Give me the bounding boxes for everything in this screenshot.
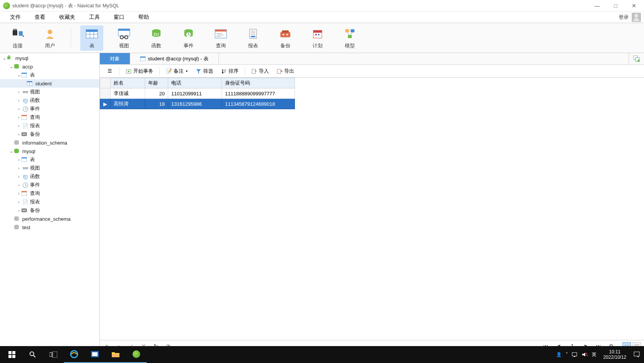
twisty-icon[interactable]: › bbox=[16, 208, 22, 213]
cell-name[interactable]: 李佳诚 bbox=[111, 88, 145, 99]
ribbon-backup[interactable]: 备份 bbox=[274, 25, 297, 51]
tree-db-mysql[interactable]: ⌄mysql bbox=[0, 147, 99, 155]
export-button[interactable]: 导出 bbox=[273, 66, 298, 76]
filter-button[interactable]: 筛选 bbox=[192, 66, 217, 76]
clock[interactable]: 10:11 2022/10/12 bbox=[600, 349, 629, 360]
ribbon-model[interactable]: 模型 bbox=[338, 25, 361, 51]
tree-table-student[interactable]: student bbox=[0, 79, 99, 88]
menu-view[interactable]: 查看 bbox=[28, 12, 52, 22]
ribbon-connection[interactable]: 连接 bbox=[6, 25, 29, 51]
avatar-icon[interactable] bbox=[632, 13, 641, 22]
tree-folder-queries[interactable]: ›查询 bbox=[0, 189, 99, 198]
begin-transaction-button[interactable]: 开始事务 bbox=[122, 66, 157, 76]
tree-db-accp[interactable]: ⌄ accp bbox=[0, 62, 99, 71]
tree-folder-tables[interactable]: ›表 bbox=[0, 155, 99, 164]
column-header[interactable]: 年龄 bbox=[145, 78, 168, 88]
twisty-icon[interactable]: ⌄ bbox=[8, 64, 14, 69]
tree-folder-backups[interactable]: ›备份 bbox=[0, 206, 99, 215]
menu-help[interactable]: 帮助 bbox=[131, 12, 156, 22]
tree-folder-events[interactable]: ›🕒事件 bbox=[0, 105, 99, 113]
tree-db-test[interactable]: test bbox=[0, 223, 99, 231]
cell-age[interactable]: 20 bbox=[145, 88, 168, 99]
search-button[interactable] bbox=[22, 346, 43, 363]
tree-folder-reports[interactable]: ›📄报表 bbox=[0, 122, 99, 130]
maximize-button[interactable]: □ bbox=[606, 0, 625, 12]
tree-db-info-schema[interactable]: information_schema bbox=[0, 138, 99, 147]
ribbon-user[interactable]: 用户 bbox=[38, 25, 61, 51]
sort-button[interactable]: 排序 bbox=[217, 66, 242, 76]
twisty-icon[interactable]: › bbox=[16, 123, 22, 128]
tray-chevron-icon[interactable]: ˄ bbox=[566, 352, 568, 357]
notifications-icon[interactable] bbox=[633, 351, 640, 358]
tree-folder-tables[interactable]: ⌄ 表 bbox=[0, 71, 99, 79]
twisty-icon[interactable]: ⌄ bbox=[8, 149, 14, 154]
twisty-icon[interactable]: › bbox=[16, 132, 22, 137]
tree-folder-functions[interactable]: ›f()函数 bbox=[0, 172, 99, 181]
twisty-icon[interactable]: › bbox=[16, 98, 22, 103]
start-button[interactable] bbox=[2, 346, 22, 363]
network-icon[interactable] bbox=[572, 352, 578, 357]
tab-table-student[interactable]: student @accp (mysql) - 表 bbox=[130, 53, 219, 64]
system-tray[interactable]: 👤 ˄ 英 10:11 2022/10/12 bbox=[556, 349, 642, 360]
tree-folder-backups[interactable]: ›备份 bbox=[0, 130, 99, 138]
cell-idno[interactable]: 111188889099997777 bbox=[222, 88, 295, 99]
column-header[interactable]: 姓名 bbox=[111, 78, 145, 88]
menu-button[interactable]: ☰ bbox=[103, 67, 117, 76]
ribbon-table[interactable]: 表 bbox=[80, 25, 103, 51]
table-row[interactable]: 李佳诚 20 11012099911 111188889099997777 bbox=[100, 88, 295, 99]
import-button[interactable]: 导入 bbox=[247, 66, 273, 76]
twisty-icon[interactable]: › bbox=[16, 200, 22, 204]
twisty-icon[interactable]: › bbox=[16, 90, 22, 94]
twisty-icon[interactable]: › bbox=[16, 174, 22, 179]
column-header[interactable]: 身份证号码 bbox=[222, 78, 295, 88]
cell-name[interactable]: 高恒涛 bbox=[111, 99, 145, 109]
menu-favorites[interactable]: 收藏夹 bbox=[52, 12, 82, 22]
menu-tools[interactable]: 工具 bbox=[82, 12, 107, 22]
data-grid[interactable]: 姓名 年龄 电话 身份证号码 李佳诚 20 11012099911 111188… bbox=[100, 78, 644, 340]
twisty-icon[interactable]: › bbox=[16, 183, 22, 187]
ribbon-event[interactable]: 事件 bbox=[177, 25, 200, 51]
tree-folder-queries[interactable]: ›查询 bbox=[0, 113, 99, 122]
ribbon-view[interactable]: 视图 bbox=[113, 25, 136, 51]
cell-idno[interactable]: 111345679124689018 bbox=[222, 99, 295, 109]
cell-phone[interactable]: 13161295986 bbox=[168, 99, 222, 109]
sidebar[interactable]: ⌄ mysql ⌄ accp ⌄ 表 student ›👓视图 ›f()函数 ›… bbox=[0, 53, 100, 361]
people-icon[interactable]: 👤 bbox=[556, 352, 562, 357]
tree-db-perf-schema[interactable]: performance_schema bbox=[0, 215, 99, 223]
ime-indicator[interactable]: 英 bbox=[592, 351, 596, 358]
cell-phone[interactable]: 11012099911 bbox=[168, 88, 222, 99]
tree-folder-functions[interactable]: ›f()函数 bbox=[0, 96, 99, 105]
tree-folder-views[interactable]: ›👓视图 bbox=[0, 88, 99, 96]
taskbar-ie[interactable] bbox=[64, 346, 84, 363]
tab-sync-button[interactable] bbox=[629, 53, 644, 64]
menu-file[interactable]: 文件 bbox=[3, 12, 28, 22]
cell-age[interactable]: 18 bbox=[145, 99, 168, 109]
ribbon-schedule[interactable]: 计划 bbox=[306, 25, 329, 51]
tab-objects[interactable]: 对象 bbox=[100, 53, 130, 64]
minimize-button[interactable]: — bbox=[588, 0, 606, 12]
twisty-icon[interactable]: ⌄ bbox=[2, 56, 7, 61]
twisty-icon[interactable]: › bbox=[16, 166, 22, 170]
memo-button[interactable]: 📝备注▾ bbox=[162, 66, 192, 76]
ribbon-function[interactable]: f(x) 函数 bbox=[145, 25, 168, 51]
table-row[interactable]: ▶ 高恒涛 18 13161295986 111345679124689018 bbox=[100, 99, 295, 109]
login-link[interactable]: 登录 bbox=[617, 14, 630, 21]
twisty-icon[interactable]: › bbox=[16, 157, 22, 162]
column-header[interactable]: 电话 bbox=[168, 78, 222, 88]
taskbar-app1[interactable] bbox=[84, 346, 105, 363]
twisty-icon[interactable]: › bbox=[16, 115, 22, 120]
volume-icon[interactable] bbox=[582, 352, 588, 357]
taskbar-explorer[interactable] bbox=[105, 346, 126, 363]
ribbon-report[interactable]: 报表 bbox=[242, 25, 265, 51]
close-button[interactable]: ✕ bbox=[625, 0, 643, 12]
tree-folder-reports[interactable]: ›📄报表 bbox=[0, 198, 99, 206]
menu-window[interactable]: 窗口 bbox=[107, 12, 131, 22]
ribbon-query[interactable]: 查询 bbox=[209, 25, 232, 51]
twisty-icon[interactable]: ⌄ bbox=[16, 73, 22, 78]
twisty-icon[interactable]: › bbox=[16, 107, 22, 111]
twisty-icon[interactable]: › bbox=[16, 191, 22, 196]
tree-connection[interactable]: ⌄ mysql bbox=[0, 54, 99, 62]
taskbar-navicat[interactable] bbox=[126, 346, 147, 363]
tree-folder-views[interactable]: ›👓视图 bbox=[0, 164, 99, 172]
task-view-button[interactable] bbox=[43, 346, 64, 363]
